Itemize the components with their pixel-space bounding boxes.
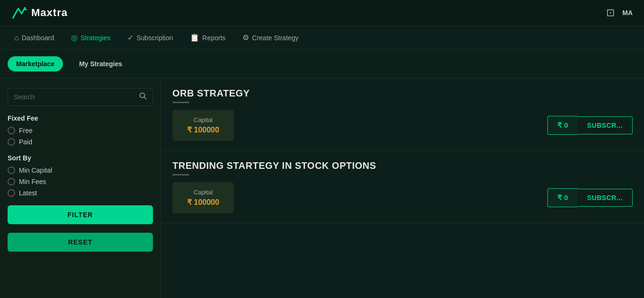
radio-label-latest: Latest [19, 189, 37, 197]
nav-item-subscription[interactable]: ✓ Subscription [121, 29, 179, 46]
main-layout: Fixed Fee Free Paid Sort By Min Capital [0, 79, 644, 298]
user-avatar[interactable]: MA [622, 9, 633, 17]
fixed-fee-options: Free Paid [8, 127, 153, 146]
sub-nav: Marketplace My Strategies [0, 50, 644, 79]
price-tag-trending: ₹ 0 [547, 188, 578, 207]
radio-circle-paid [8, 138, 15, 146]
subscribe-button-trending[interactable]: SUBSCR... [578, 189, 633, 207]
radio-min-capital[interactable]: Min Capital [8, 167, 153, 174]
sidebar: Fixed Fee Free Paid Sort By Min Capital [0, 79, 161, 298]
radio-label-min-capital: Min Capital [19, 167, 52, 174]
subscribe-button-orb[interactable]: SUBSCR... [578, 116, 633, 134]
radio-label-free: Free [19, 127, 33, 134]
capital-label-trending: Capital [194, 189, 213, 196]
radio-label-paid: Paid [19, 138, 32, 146]
nav-item-create-strategy[interactable]: ⚙ Create Strategy [236, 29, 305, 46]
price-value-trending: ₹ 0 [557, 193, 568, 202]
nav-label-reports: Reports [202, 34, 225, 42]
radio-label-min-fees: Min Fees [19, 178, 46, 185]
strategy-divider-orb [172, 102, 189, 103]
price-tag-orb: ₹ 0 [547, 116, 578, 135]
fixed-fee-label: Fixed Fee [8, 114, 153, 122]
main-nav: ⌂ Dashboard ◎ Strategies ✓ Subscription … [0, 26, 644, 50]
logo-text: Maxtra [31, 7, 68, 19]
strategy-title-orb: ORB STRATEGY [172, 88, 633, 99]
nav-item-strategies[interactable]: ◎ Strategies [64, 29, 117, 46]
capital-value-orb: ₹ 100000 [187, 125, 219, 134]
nav-item-dashboard[interactable]: ⌂ Dashboard [8, 30, 61, 46]
radio-circle-min-fees [8, 178, 15, 185]
svg-marker-0 [22, 8, 27, 10]
strategy-title-trending: TRENDING STARTEGY IN STOCK OPTIONS [172, 160, 633, 171]
nav-label-create-strategy: Create Strategy [252, 34, 298, 42]
radio-circle-free [8, 127, 15, 134]
radio-circle-min-capital [8, 167, 15, 174]
strategy-card-orb: ORB STRATEGY Capital ₹ 100000 ₹ 0 SUBSCR… [161, 79, 644, 151]
svg-line-2 [144, 97, 146, 99]
header-right: ⊡ MA [606, 7, 633, 19]
strategies-icon: ◎ [71, 33, 78, 42]
nav-label-dashboard: Dashboard [22, 34, 54, 42]
price-value-orb: ₹ 0 [557, 121, 568, 130]
search-input[interactable] [14, 93, 135, 101]
header: Maxtra ⊡ MA [0, 0, 644, 26]
radio-circle-latest [8, 189, 15, 197]
subscribe-section-trending: ₹ 0 SUBSCR... [547, 188, 633, 207]
reports-icon: 📋 [190, 33, 199, 42]
sort-by-label: Sort By [8, 154, 153, 162]
create-strategy-icon: ⚙ [242, 33, 249, 42]
nav-label-strategies: Strategies [80, 34, 110, 42]
strategy-divider-trending [172, 174, 189, 175]
sort-by-section: Sort By Min Capital Min Fees Latest [8, 154, 153, 197]
strategy-body-trending: Capital ₹ 100000 ₹ 0 SUBSCR... [172, 182, 633, 213]
tab-my-strategies[interactable]: My Strategies [71, 56, 131, 71]
radio-latest[interactable]: Latest [8, 189, 153, 197]
filter-button[interactable]: FILTER [8, 205, 153, 224]
logo: Maxtra [11, 4, 68, 21]
sort-by-options: Min Capital Min Fees Latest [8, 167, 153, 197]
tab-marketplace[interactable]: Marketplace [8, 56, 63, 71]
strategies-content: ORB STRATEGY Capital ₹ 100000 ₹ 0 SUBSCR… [161, 79, 644, 298]
search-icon [139, 92, 147, 100]
strategy-body-orb: Capital ₹ 100000 ₹ 0 SUBSCR... [172, 110, 633, 141]
nav-label-subscription: Subscription [136, 34, 173, 42]
capital-label-orb: Capital [194, 116, 213, 123]
fixed-fee-section: Fixed Fee Free Paid [8, 114, 153, 146]
search-button[interactable] [139, 92, 147, 102]
strategy-card-trending: TRENDING STARTEGY IN STOCK OPTIONS Capit… [161, 151, 644, 223]
radio-paid[interactable]: Paid [8, 138, 153, 146]
scan-icon[interactable]: ⊡ [606, 7, 615, 19]
subscribe-section-orb: ₹ 0 SUBSCR... [547, 116, 633, 135]
logo-icon [11, 4, 28, 21]
radio-min-fees[interactable]: Min Fees [8, 178, 153, 185]
home-icon: ⌂ [14, 34, 19, 42]
reset-button[interactable]: RESET [8, 233, 153, 252]
capital-value-trending: ₹ 100000 [187, 198, 219, 207]
capital-box-orb: Capital ₹ 100000 [172, 110, 234, 141]
radio-free[interactable]: Free [8, 127, 153, 134]
nav-item-reports[interactable]: 📋 Reports [183, 29, 232, 46]
search-box [8, 88, 153, 106]
subscription-icon: ✓ [127, 33, 134, 42]
capital-box-trending: Capital ₹ 100000 [172, 182, 234, 213]
